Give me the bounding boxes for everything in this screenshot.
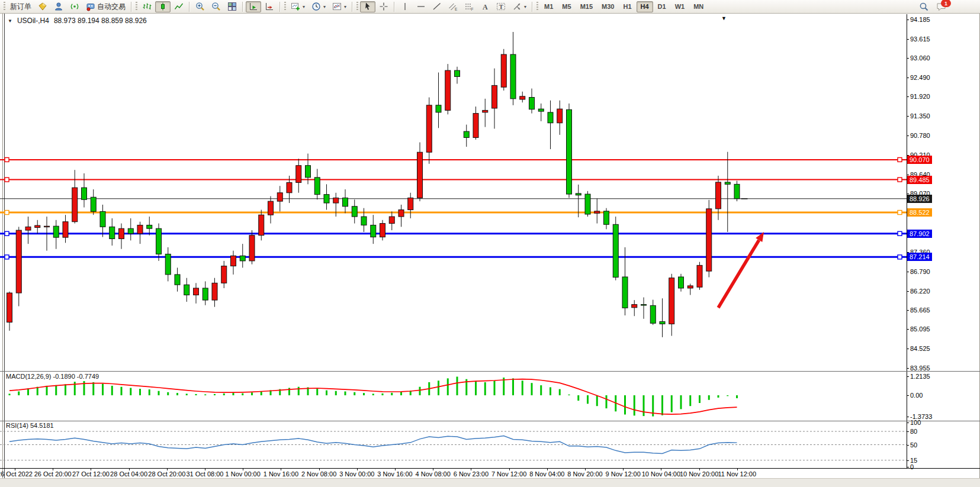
signals-button[interactable] <box>67 1 82 12</box>
price-tick-label: 86.220 <box>910 288 930 295</box>
toolbar-grip[interactable] <box>136 2 137 11</box>
zoom-out-button[interactable] <box>208 1 224 12</box>
search-button[interactable] <box>919 2 929 12</box>
candlestick-chart-icon <box>158 2 168 11</box>
signal-icon <box>70 2 79 11</box>
toolbar-right-tools: 1 <box>919 0 947 14</box>
text-label-button[interactable]: T <box>493 1 509 12</box>
scroll-end-marker-icon[interactable]: ▼ <box>721 15 727 21</box>
timeframe-h4[interactable]: H4 <box>637 1 653 12</box>
time-label: 3 Nov 00:00 <box>339 470 374 478</box>
timeframe-mn[interactable]: MN <box>689 1 708 12</box>
macd-panel-splitter[interactable] <box>0 371 980 372</box>
arrows-button[interactable]: ▾ <box>509 1 529 12</box>
periods-button[interactable]: ▾ <box>309 1 329 12</box>
rsi-axis-tick <box>907 445 909 446</box>
time-label: 31 Oct 08:00 <box>187 470 224 478</box>
text-button[interactable]: A <box>477 1 493 12</box>
vertical-line-icon <box>400 2 410 11</box>
toolbar-separator <box>242 2 243 12</box>
toolbar-separator <box>352 2 353 12</box>
chart-candles-button[interactable] <box>155 1 171 12</box>
template-button[interactable]: ▾ <box>329 1 349 12</box>
trendline-button[interactable] <box>429 1 445 12</box>
time-label: 6 Nov 23:00 <box>454 470 489 478</box>
time-label: 1 Nov 16:00 <box>264 470 298 478</box>
chart-shift-button[interactable] <box>262 1 277 12</box>
timeframe-w1[interactable]: W1 <box>671 1 689 12</box>
notifications-button[interactable]: 1 <box>936 2 947 12</box>
tile-windows-icon <box>227 2 237 11</box>
timeframe-m1[interactable]: M1 <box>540 1 557 12</box>
time-label: 9 Nov 12:00 <box>606 470 641 478</box>
chart-bars-button[interactable] <box>139 1 155 12</box>
rsi-panel[interactable] <box>0 421 907 467</box>
svg-text:A: A <box>483 3 488 11</box>
macd-axis-label: 1.2135 <box>910 373 930 380</box>
timeframe-h1[interactable]: H1 <box>619 1 635 12</box>
price-tick-label: 91.350 <box>910 112 930 120</box>
fibonacci-icon: F <box>464 2 474 11</box>
price-tick-label: 94.185 <box>910 16 930 23</box>
rsi-axis-tick <box>907 423 909 423</box>
rsi-axis-label: 100 <box>910 419 921 426</box>
chart-line-button[interactable] <box>171 1 187 12</box>
chart-symbol-period: USOil-,H4 <box>17 17 49 25</box>
cursor-button[interactable] <box>360 1 375 12</box>
timeframe-d1[interactable]: D1 <box>654 1 670 12</box>
price-tick <box>907 329 909 330</box>
collapse-triangle-icon[interactable]: ▼ <box>8 18 12 24</box>
fibonacci-button[interactable]: F <box>461 1 477 12</box>
timeframe-m15[interactable]: M15 <box>576 1 597 12</box>
time-label: 10 Nov 20:00 <box>680 470 718 478</box>
rsi-panel-splitter[interactable] <box>0 421 980 421</box>
main-chart-area[interactable] <box>0 14 907 371</box>
toolbar-grip[interactable] <box>284 2 286 11</box>
horizontal-line-button[interactable] <box>413 1 429 12</box>
arrows-icon <box>512 2 522 11</box>
profile-icon <box>54 2 63 11</box>
toolbar-separator <box>532 2 533 12</box>
toolbar-grip[interactable] <box>4 2 5 11</box>
text-label-icon: T <box>496 2 506 11</box>
svg-text:F: F <box>471 7 474 11</box>
candlestick-chart[interactable] <box>0 14 907 371</box>
macd-chart[interactable] <box>0 372 907 420</box>
add-indicator-button[interactable]: ▾ <box>288 1 308 12</box>
price-tick <box>907 20 909 20</box>
toolbar-grip[interactable] <box>536 2 538 11</box>
tile-windows-button[interactable] <box>224 1 240 12</box>
autotrading-button[interactable]: 自动交易 <box>83 1 128 12</box>
rsi-axis-tick <box>907 467 909 467</box>
crosshair-button[interactable] <box>376 1 391 12</box>
bottom-scroll-strip[interactable] <box>0 478 980 487</box>
macd-axis-label: 0.00 <box>910 392 923 399</box>
price-line-badge: 88.926 <box>907 195 932 203</box>
macd-panel[interactable] <box>0 372 907 420</box>
zoom-in-button[interactable] <box>192 1 208 12</box>
mql-community-button[interactable] <box>35 1 50 12</box>
crosshair-icon <box>379 2 388 11</box>
timeframe-m5[interactable]: M5 <box>558 1 575 12</box>
new-order-button[interactable]: 新订单 <box>7 1 34 12</box>
time-label: 10 Nov 04:00 <box>642 470 680 478</box>
toolbar-separator <box>394 2 395 12</box>
toolbar-grip[interactable] <box>356 2 358 11</box>
price-tick <box>907 78 909 78</box>
timeframe-m30[interactable]: M30 <box>597 1 618 12</box>
price-tick-label: 91.920 <box>910 93 930 100</box>
equidistant-channel-button[interactable]: E <box>445 1 461 12</box>
toolbar-separator <box>189 2 190 12</box>
rsi-axis-label: 80 <box>910 428 917 435</box>
rsi-axis-tick <box>907 431 909 432</box>
price-tick <box>907 272 909 272</box>
search-icon <box>919 2 929 12</box>
chart-shift-icon <box>265 2 274 11</box>
rsi-chart[interactable] <box>0 421 907 467</box>
clock-icon <box>311 2 321 11</box>
profile-button[interactable] <box>51 1 66 12</box>
auto-scroll-button[interactable] <box>246 1 261 12</box>
price-line-badge: 87.902 <box>907 230 932 238</box>
vertical-line-button[interactable] <box>397 1 413 12</box>
zoom-out-icon <box>211 2 221 11</box>
